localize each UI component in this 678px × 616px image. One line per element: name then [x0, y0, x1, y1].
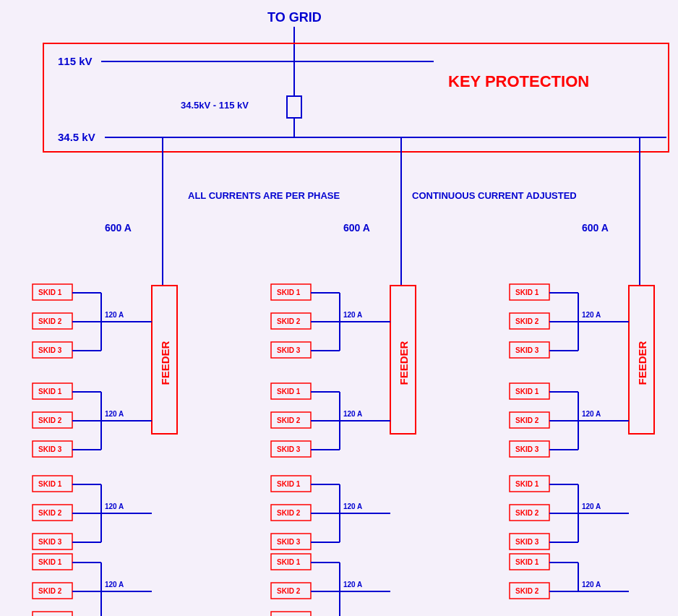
- skid-current-label: 120 A: [343, 311, 362, 319]
- feeder-label: FEEDER: [159, 341, 171, 385]
- skid-current-label: 120 A: [105, 581, 124, 589]
- skid-label: SKID 2: [515, 317, 539, 325]
- transformer-label: 34.5kV - 115 kV: [181, 100, 249, 111]
- to-grid-label: TO GRID: [267, 10, 322, 25]
- skid-label: SKID 3: [515, 445, 539, 453]
- skid-label: SKID 1: [38, 480, 62, 488]
- skid-current-label: 120 A: [343, 502, 362, 510]
- skid-label: SKID 3: [38, 346, 62, 354]
- skid-label: SKID 3: [38, 538, 62, 546]
- skid-label: SKID 1: [277, 388, 301, 395]
- skid-label: SKID 2: [515, 587, 539, 595]
- skid-label: SKID 1: [515, 558, 539, 566]
- skid-current-label: 120 A: [105, 410, 124, 418]
- skid-label: SKID 2: [515, 416, 539, 424]
- skid-label: SKID 3: [277, 538, 301, 546]
- skid-current-label: 120 A: [582, 410, 601, 418]
- note-continuous: CONTINUOUS CURRENT ADJUSTED: [412, 190, 577, 201]
- skid-label: SKID 1: [38, 558, 62, 566]
- skid-label: SKID 1: [277, 558, 301, 566]
- key-protection-label: KEY PROTECTION: [448, 72, 589, 90]
- skid-current-label: 120 A: [105, 502, 124, 510]
- skid-label: SKID 2: [277, 416, 301, 424]
- skid-label: SKID 1: [515, 480, 539, 488]
- skid-label: SKID 1: [38, 288, 62, 296]
- skid-label: SKID 3: [515, 538, 539, 546]
- skid-label: SKID 2: [38, 317, 62, 325]
- skid-current-label: 120 A: [582, 581, 601, 589]
- skid-label: SKID 3: [277, 346, 301, 354]
- skid-label: SKID 2: [277, 317, 301, 325]
- skid-current-label: 120 A: [105, 311, 124, 319]
- skid-label: SKID 1: [277, 288, 301, 296]
- voltage-345-label: 34.5 kV: [58, 131, 95, 143]
- feeder-label: FEEDER: [636, 341, 648, 385]
- feeder-current-label: 600 A: [582, 222, 609, 234]
- feeder-current-label: 600 A: [105, 222, 132, 234]
- feeder-current-label: 600 A: [343, 222, 370, 234]
- skid-label: SKID 2: [277, 587, 301, 595]
- skid-current-label: 120 A: [582, 311, 601, 319]
- feeder-label: FEEDER: [398, 341, 410, 385]
- skid-label: SKID 1: [277, 480, 301, 488]
- skid-current-label: 120 A: [582, 502, 601, 510]
- note-per-phase: ALL CURRENTS ARE PER PHASE: [188, 190, 340, 201]
- skid-label: SKID 1: [515, 388, 539, 395]
- skid-label: SKID 2: [515, 509, 539, 517]
- skid-label: SKID 3: [515, 346, 539, 354]
- skid-label: SKID 1: [38, 388, 62, 395]
- skid-label: SKID 3: [277, 445, 301, 453]
- skid-current-label: 120 A: [343, 410, 362, 418]
- skid-label: SKID 2: [38, 509, 62, 517]
- skid-label: SKID 1: [515, 288, 539, 296]
- skid-label: SKID 2: [38, 587, 62, 595]
- skid-label: SKID 3: [38, 445, 62, 453]
- skid-current-label: 120 A: [343, 581, 362, 589]
- skid-label: SKID 2: [38, 416, 62, 424]
- voltage-115-label: 115 kV: [58, 55, 93, 67]
- skid-label: SKID 2: [277, 509, 301, 517]
